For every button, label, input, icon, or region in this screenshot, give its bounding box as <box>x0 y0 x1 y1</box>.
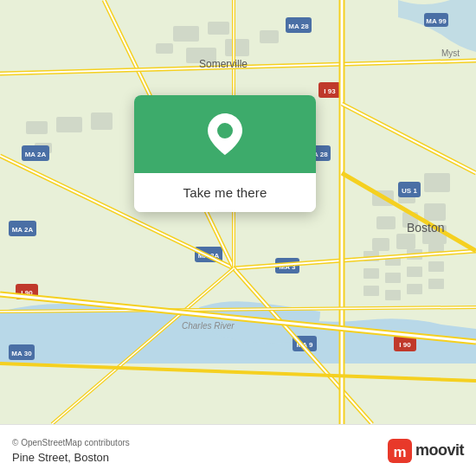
svg-text:I 90: I 90 <box>399 341 411 349</box>
location-pin-icon <box>208 113 242 155</box>
svg-rect-25 <box>385 273 401 283</box>
svg-rect-3 <box>156 43 173 54</box>
location-text: Pine Street, Boston <box>12 451 130 464</box>
moovit-logo: m moovit <box>388 439 464 463</box>
svg-rect-7 <box>26 121 48 134</box>
svg-rect-28 <box>363 286 379 296</box>
svg-text:Myst: Myst <box>441 48 460 58</box>
map-background: MA 2A MA 2A MA 2A MA 28 MA 28 MA 99 I 93… <box>0 0 476 424</box>
svg-text:Charles River: Charles River <box>182 321 235 331</box>
svg-rect-30 <box>407 284 422 294</box>
svg-rect-1 <box>173 26 199 42</box>
svg-rect-18 <box>396 234 415 249</box>
moovit-wordmark: moovit <box>415 441 464 460</box>
svg-rect-24 <box>363 268 379 279</box>
svg-rect-14 <box>376 216 396 229</box>
svg-rect-16 <box>424 203 446 221</box>
moovit-icon: m <box>388 439 412 463</box>
svg-rect-31 <box>428 279 444 289</box>
svg-rect-9 <box>91 113 113 130</box>
svg-text:MA 2A: MA 2A <box>25 151 47 158</box>
svg-text:Somerville: Somerville <box>199 58 248 70</box>
svg-text:MA 30: MA 30 <box>11 350 32 357</box>
svg-point-86 <box>217 123 233 138</box>
svg-rect-6 <box>260 30 279 43</box>
svg-rect-13 <box>424 173 450 192</box>
svg-text:I 93: I 93 <box>324 87 336 95</box>
svg-text:m: m <box>393 444 406 460</box>
svg-text:US 1: US 1 <box>402 187 417 195</box>
svg-rect-26 <box>407 267 422 277</box>
svg-rect-5 <box>225 39 249 56</box>
svg-text:MA 99: MA 99 <box>426 17 447 25</box>
map-container: MA 2A MA 2A MA 2A MA 28 MA 28 MA 99 I 93… <box>0 0 476 424</box>
svg-text:MA 2A: MA 2A <box>12 226 34 234</box>
svg-rect-8 <box>56 117 82 132</box>
svg-text:Boston: Boston <box>407 221 445 235</box>
map-attribution: © OpenStreetMap contributors <box>12 438 130 447</box>
bottom-bar: © OpenStreetMap contributors Pine Street… <box>0 424 476 476</box>
svg-rect-27 <box>428 261 444 272</box>
svg-rect-2 <box>208 22 229 35</box>
svg-rect-29 <box>385 290 401 300</box>
svg-text:MA 28: MA 28 <box>288 23 309 30</box>
bottom-left: © OpenStreetMap contributors Pine Street… <box>12 438 130 464</box>
svg-rect-17 <box>372 238 389 251</box>
take-me-there-button[interactable]: Take me there <box>134 173 316 212</box>
popup-header <box>134 95 316 173</box>
popup-card: Take me there <box>134 95 316 212</box>
